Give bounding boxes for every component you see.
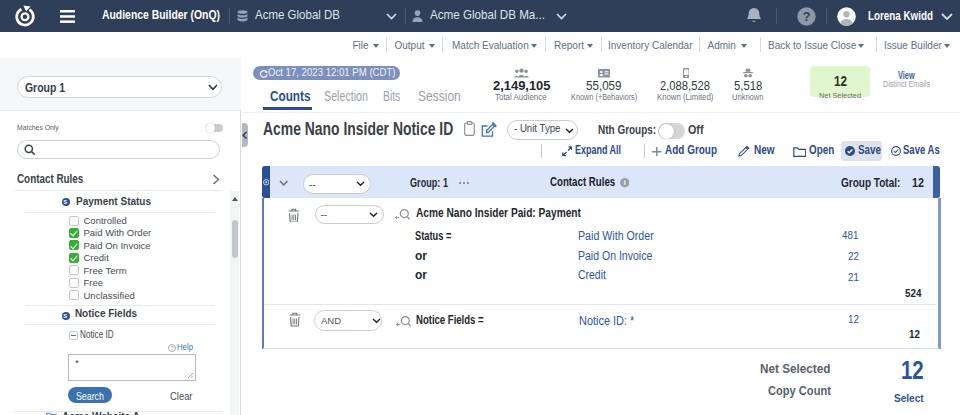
svg-text:?: ?	[170, 345, 173, 351]
svg-text:?: ?	[802, 10, 810, 24]
svg-text:i: i	[623, 180, 625, 187]
